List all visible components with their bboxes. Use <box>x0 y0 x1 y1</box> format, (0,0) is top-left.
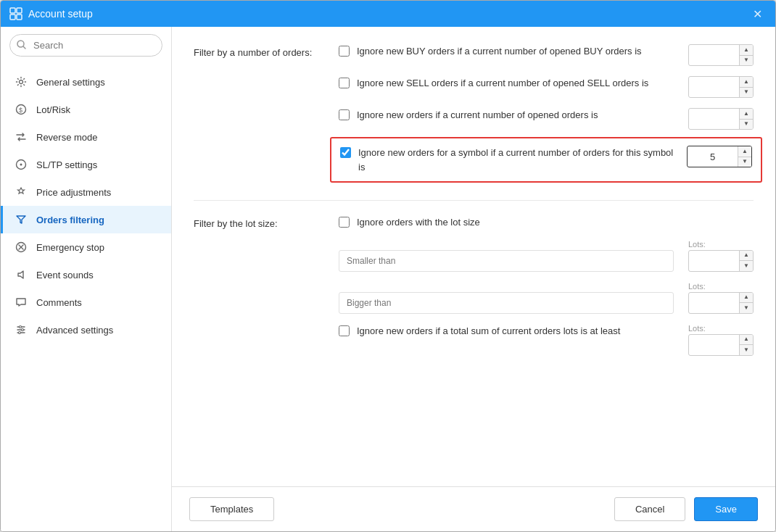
smaller-than-spinner: ▲ ▼ <box>688 250 754 272</box>
ignore-lot-checkbox[interactable] <box>339 217 350 228</box>
bigger-than-increment[interactable]: ▲ <box>740 293 753 303</box>
sidebar-label-price-adjustments: Price adjustments <box>36 187 111 198</box>
sell-orders-checkbox-wrap: Ignore new SELL orders if a current numb… <box>339 76 680 91</box>
search-box <box>9 34 162 57</box>
main-content: Filter by a number of orders: Ignore new… <box>172 27 775 531</box>
sidebar-item-orders-filtering[interactable]: Orders filtering <box>1 206 171 233</box>
total-lots-decrement[interactable]: ▼ <box>740 344 753 355</box>
bigger-than-input[interactable] <box>339 292 674 314</box>
sidebar-label-sl-tp: SL/TP settings <box>36 159 97 170</box>
sidebar-item-advanced-settings[interactable]: Advanced settings <box>1 316 171 344</box>
total-lots-spinner-wrap: Lots: ▲ ▼ <box>688 324 754 356</box>
all-orders-text: Ignore new orders if a current number of… <box>357 108 598 122</box>
emergency-stop-icon <box>15 241 28 254</box>
filter-lot-controls: Ignore orders with the lot size Lots: <box>339 215 754 356</box>
symbol-orders-value: 5 <box>688 151 738 162</box>
sidebar-label-orders-filtering: Orders filtering <box>36 215 104 225</box>
smaller-than-lot: Lots: ▲ ▼ <box>688 240 754 272</box>
search-input[interactable] <box>9 34 162 57</box>
symbol-orders-spinner: 5 ▲ ▼ <box>687 146 752 167</box>
reverse-icon <box>15 130 28 144</box>
svg-point-18 <box>22 329 24 331</box>
svg-line-5 <box>23 46 25 49</box>
sell-orders-spinner-btns: ▲ ▼ <box>739 77 753 97</box>
all-orders-decrement[interactable]: ▼ <box>740 119 753 130</box>
symbol-orders-checkbox-wrap: Ignore new orders for a symbol if a curr… <box>340 146 678 174</box>
titlebar: Account setup ✕ <box>1 1 775 27</box>
bigger-than-lot: Lots: ▲ ▼ <box>688 282 754 314</box>
filter-orders-controls: Ignore new BUY orders if a current numbe… <box>339 44 754 180</box>
close-button[interactable]: ✕ <box>748 6 767 22</box>
dialog-title: Account setup <box>28 8 93 20</box>
sidebar-label-comments: Comments <box>36 297 82 308</box>
sidebar-label-reverse-mode: Reverse mode <box>36 132 98 143</box>
sell-orders-row: Ignore new SELL orders if a current numb… <box>339 76 754 98</box>
all-orders-checkbox-wrap: Ignore new orders if a current number of… <box>339 108 680 122</box>
total-lots-text: Ignore new orders if a total sum of curr… <box>357 324 620 338</box>
orders-filtering-icon <box>15 213 28 226</box>
templates-button[interactable]: Templates <box>189 497 274 521</box>
svg-point-10 <box>20 164 22 166</box>
sidebar-item-reverse-mode[interactable]: Reverse mode <box>1 123 171 151</box>
buy-orders-row: Ignore new BUY orders if a current numbe… <box>339 44 754 66</box>
symbol-orders-text: Ignore new orders for a symbol if a curr… <box>358 146 678 174</box>
sidebar-item-event-sounds[interactable]: Event sounds <box>1 261 171 288</box>
svg-rect-3 <box>17 14 22 20</box>
bigger-than-lot-label: Lots: <box>688 282 754 291</box>
filter-lot-row: Filter by the lot size: Ignore orders wi… <box>194 215 754 356</box>
sidebar-label-emergency-stop: Emergency stop <box>36 242 104 253</box>
sell-orders-spinner: ▲ ▼ <box>688 76 754 98</box>
svg-point-17 <box>20 326 22 328</box>
sidebar-label-lot-risk: Lot/Risk <box>36 104 70 115</box>
buy-orders-spinner-btns: ▲ ▼ <box>739 45 753 65</box>
bigger-than-row: Lots: ▲ ▼ <box>339 282 754 314</box>
symbol-orders-checkbox[interactable] <box>340 147 351 158</box>
sell-orders-increment[interactable]: ▲ <box>740 77 753 87</box>
filter-orders-section: Filter by a number of orders: Ignore new… <box>194 44 754 180</box>
symbol-orders-increment[interactable]: ▲ <box>738 146 751 157</box>
sidebar-item-emergency-stop[interactable]: Emergency stop <box>1 233 171 261</box>
filter-orders-label: Filter by a number of orders: <box>194 44 339 58</box>
smaller-than-increment[interactable]: ▲ <box>740 251 753 261</box>
section-divider <box>194 200 754 201</box>
sidebar-item-comments[interactable]: Comments <box>1 288 171 316</box>
symbol-orders-row-highlighted: Ignore new orders for a symbol if a curr… <box>330 137 762 183</box>
dialog-icon <box>9 7 22 20</box>
gear-icon <box>15 75 28 88</box>
event-sounds-icon <box>15 268 28 281</box>
buy-orders-increment[interactable]: ▲ <box>740 45 753 55</box>
account-setup-dialog: Account setup ✕ <box>0 0 776 532</box>
bigger-than-decrement[interactable]: ▼ <box>740 302 753 313</box>
cancel-button[interactable]: Cancel <box>614 497 685 521</box>
bigger-than-spinner-btns: ▲ ▼ <box>739 293 753 313</box>
smaller-than-input[interactable] <box>339 250 674 272</box>
sidebar-item-lot-risk[interactable]: $ Lot/Risk <box>1 96 171 123</box>
total-lots-increment[interactable]: ▲ <box>740 335 753 345</box>
buy-orders-decrement[interactable]: ▼ <box>740 55 753 66</box>
smaller-than-decrement[interactable]: ▼ <box>740 260 753 271</box>
sidebar-item-price-adjustments[interactable]: Price adjustments <box>1 178 171 206</box>
all-orders-increment[interactable]: ▲ <box>740 109 753 119</box>
svg-rect-1 <box>17 8 22 13</box>
sidebar-item-sl-tp[interactable]: SL/TP settings <box>1 151 171 178</box>
svg-point-6 <box>20 80 23 84</box>
smaller-than-row: Lots: ▲ ▼ <box>339 240 754 272</box>
total-lots-checkbox[interactable] <box>339 325 350 336</box>
sell-orders-decrement[interactable]: ▼ <box>740 87 753 98</box>
all-orders-checkbox[interactable] <box>339 109 350 120</box>
sidebar: General settings $ Lot/Risk <box>1 27 172 531</box>
svg-rect-0 <box>10 8 15 13</box>
sl-tp-icon <box>15 158 28 171</box>
buy-orders-text: Ignore new BUY orders if a current numbe… <box>357 44 642 59</box>
total-lots-spinner-btns: ▲ ▼ <box>739 335 753 355</box>
buy-orders-checkbox[interactable] <box>339 46 350 57</box>
sell-orders-checkbox[interactable] <box>339 78 350 88</box>
sidebar-label-event-sounds: Event sounds <box>36 270 94 280</box>
save-button[interactable]: Save <box>694 497 758 521</box>
symbol-orders-decrement[interactable]: ▼ <box>738 157 751 167</box>
dialog-body: General settings $ Lot/Risk <box>1 27 775 531</box>
total-lots-row: Ignore new orders if a total sum of curr… <box>339 324 754 356</box>
sidebar-item-general-settings[interactable]: General settings <box>1 68 171 96</box>
comments-icon <box>15 296 28 309</box>
footer: Templates Cancel Save <box>172 486 775 531</box>
